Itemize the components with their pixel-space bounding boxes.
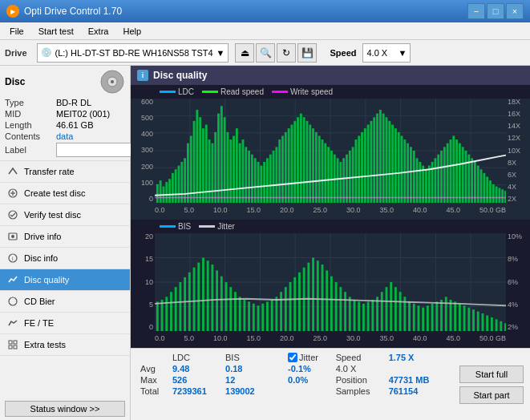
svg-rect-130: [459, 143, 461, 203]
svg-rect-104: [379, 110, 382, 203]
disc-info-icon: i: [6, 252, 19, 265]
sidebar-item-transfer-rate[interactable]: Transfer rate: [0, 161, 130, 183]
sidebar-item-fe-te[interactable]: FE / TE: [0, 313, 130, 334]
disc-contents-row: Contents data: [5, 131, 125, 141]
svg-rect-117: [419, 162, 421, 203]
disc-quality-header: i Disc quality: [131, 66, 530, 85]
svg-rect-43: [193, 121, 196, 203]
svg-rect-94: [349, 151, 351, 203]
samples-val: 761154: [386, 386, 447, 397]
svg-rect-71: [278, 139, 281, 203]
disc-quality-header-icon: i: [137, 70, 148, 81]
maximize-button[interactable]: □: [487, 3, 504, 19]
svg-rect-124: [440, 151, 443, 203]
svg-rect-44: [196, 110, 198, 203]
svg-rect-220: [435, 301, 438, 331]
speed-value: 4.0 X: [366, 48, 387, 58]
menu-extra[interactable]: Extra: [82, 25, 115, 38]
svg-rect-197: [330, 277, 333, 331]
svg-rect-221: [440, 300, 443, 331]
disc-type-label: Type: [5, 98, 53, 107]
extra-tests-icon: [6, 338, 19, 351]
svg-rect-116: [416, 158, 419, 203]
sidebar-item-create-test-disc[interactable]: Create test disc: [0, 183, 130, 204]
drive-selector[interactable]: 💿 (L:) HL-DT-ST BD-RE WH16NS58 TST4 ▼: [37, 43, 229, 63]
legend-ldc: LDC: [160, 87, 194, 96]
svg-rect-143: [498, 188, 500, 203]
disc-panel: Disc Type BD-R DL MID MEIT02 (001) Leng: [0, 66, 130, 161]
sidebar-item-disc-info[interactable]: i Disc info: [0, 248, 130, 269]
disc-label-row: Label 📁: [5, 143, 125, 157]
bottom-chart-svg-container: [155, 233, 506, 331]
sidebar-item-extra-tests[interactable]: Extra tests: [0, 334, 130, 356]
disc-quality-icon: [6, 273, 19, 286]
stats-data-table: LDC BIS Jitter Speed 1.75 X: [137, 352, 447, 397]
eject-button[interactable]: ⏏: [235, 43, 254, 63]
svg-rect-82: [312, 128, 314, 203]
svg-rect-66: [263, 162, 265, 203]
max-bis: 12: [222, 374, 269, 386]
jitter-checkbox-label: Jitter: [288, 353, 330, 362]
minimize-button[interactable]: −: [467, 3, 485, 19]
svg-rect-183: [266, 301, 269, 331]
menu-help[interactable]: Help: [116, 25, 148, 38]
svg-rect-194: [317, 260, 319, 331]
svg-rect-132: [465, 151, 467, 203]
svg-rect-50: [214, 132, 216, 203]
disc-length-value: 46.61 GB: [56, 120, 93, 130]
svg-rect-200: [344, 292, 346, 331]
svg-rect-84: [318, 135, 321, 203]
svg-rect-57: [236, 128, 238, 203]
svg-rect-80: [306, 121, 309, 203]
svg-rect-160: [161, 300, 164, 331]
bis-dot: [160, 225, 176, 228]
bottom-chart-svg: [155, 233, 506, 331]
svg-rect-127: [450, 139, 452, 203]
fe-te-label: FE / TE: [24, 318, 54, 328]
jitter-checkbox[interactable]: [288, 353, 297, 362]
svg-rect-51: [217, 114, 220, 203]
drive-info-icon: [6, 230, 19, 243]
sidebar-item-cd-bier[interactable]: CD Bier: [0, 291, 130, 313]
svg-rect-210: [390, 282, 392, 331]
svg-rect-60: [245, 147, 247, 203]
menu-start-test[interactable]: Start test: [32, 25, 80, 38]
svg-rect-170: [207, 260, 209, 331]
scan-button[interactable]: 🔍: [256, 43, 275, 63]
svg-rect-172: [216, 270, 218, 331]
avg-ldc: 9.48: [169, 363, 222, 374]
status-window-button[interactable]: Status window >>: [5, 401, 125, 417]
svg-rect-214: [408, 301, 411, 331]
refresh-button[interactable]: ↻: [277, 43, 296, 63]
start-full-button[interactable]: Start full: [459, 365, 524, 383]
position-val: 47731 MB: [386, 374, 447, 386]
sidebar-item-verify-test-disc[interactable]: Verify test disc: [0, 204, 130, 226]
close-button[interactable]: ×: [506, 3, 524, 19]
sidebar-item-drive-info[interactable]: Drive info: [0, 226, 130, 248]
disc-label-input[interactable]: [56, 143, 136, 157]
svg-rect-95: [352, 147, 354, 203]
svg-rect-111: [401, 135, 403, 203]
svg-rect-178: [243, 300, 245, 331]
speed-selector[interactable]: 4.0 X ▼: [362, 43, 411, 63]
top-chart-legend: LDC Read speed Write speed: [131, 85, 530, 99]
svg-rect-31: [156, 184, 159, 203]
svg-rect-186: [280, 292, 282, 331]
svg-rect-91: [339, 162, 342, 203]
svg-rect-103: [376, 114, 378, 203]
stats-table: LDC BIS Jitter Speed 1.75 X: [131, 349, 453, 420]
disc-mid-row: MID MEIT02 (001): [5, 109, 125, 119]
sidebar-item-disc-quality[interactable]: Disc quality: [0, 269, 130, 291]
svg-rect-90: [337, 158, 339, 203]
svg-rect-67: [266, 158, 269, 203]
disc-length-label: Length: [5, 120, 53, 130]
save-button[interactable]: 💾: [297, 43, 317, 63]
legend-jitter: Jitter: [199, 222, 235, 231]
svg-rect-49: [211, 143, 213, 203]
start-part-button[interactable]: Start part: [459, 386, 524, 404]
disc-quality-label: Disc quality: [24, 275, 69, 285]
menu-file[interactable]: File: [3, 25, 30, 38]
cd-bier-icon: [6, 295, 19, 308]
svg-rect-198: [335, 282, 338, 331]
svg-rect-225: [459, 304, 461, 331]
